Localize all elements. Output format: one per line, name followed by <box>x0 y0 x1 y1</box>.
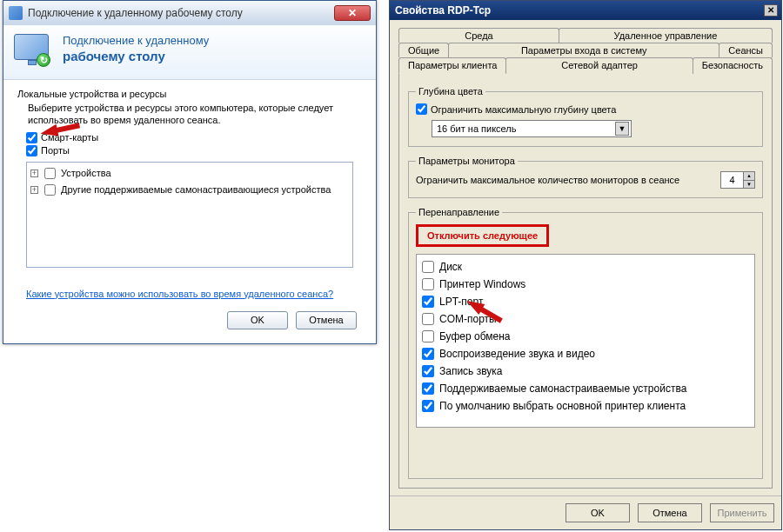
spin-down-icon[interactable]: ▼ <box>743 180 754 189</box>
redir-item-label: Запись звука <box>439 362 503 380</box>
banner-line2: рабочему столу <box>63 49 209 63</box>
help-link[interactable]: Какие устройства можно использовать во в… <box>26 289 333 299</box>
tab-general[interactable]: Общие <box>398 43 449 57</box>
disable-following-label: Отключить следующее <box>416 224 549 247</box>
tree-devices-checkbox[interactable] <box>44 168 56 179</box>
tab-environment[interactable]: Среда <box>398 28 559 43</box>
monitors-label: Ограничить максимальное количество монит… <box>416 175 715 185</box>
redir-item[interactable]: Воспроизведение звука и видео <box>422 345 749 362</box>
device-tree[interactable]: + Устройства + Другие поддерживаемые сам… <box>26 162 353 268</box>
select-color-depth-value: 16 бит на пиксель <box>437 123 517 134</box>
group-monitors: Параметры монитора Ограничить максимальн… <box>408 156 763 198</box>
close-button[interactable]: ✕ <box>764 4 778 17</box>
tab-strip: Среда Удаленное управление Общие Парамет… <box>398 27 773 74</box>
window-title: Свойства RDP-Tcp <box>393 4 764 17</box>
redir-item[interactable]: Поддерживаемые самонастраиваемые устройс… <box>422 380 749 397</box>
select-color-depth[interactable]: 16 бит на пиксель ▼ <box>432 120 632 137</box>
rdp-client-window: Подключение к удаленному рабочему столу … <box>3 0 377 344</box>
spin-up-icon[interactable]: ▲ <box>743 172 754 180</box>
ok-button[interactable]: OK <box>227 311 288 329</box>
checkbox-ports-label: Порты <box>41 145 70 156</box>
tree-item-devices[interactable]: + Устройства <box>30 165 349 182</box>
redir-item[interactable]: COM-порты <box>422 310 749 328</box>
group-monitors-legend: Параметры монитора <box>416 156 518 166</box>
tab-remote-control[interactable]: Удаленное управление <box>559 28 773 43</box>
window-title: Подключение к удаленному рабочему столу <box>28 7 334 19</box>
redir-item-checkbox[interactable] <box>422 365 434 377</box>
cancel-button[interactable]: Отмена <box>296 311 357 329</box>
redir-item[interactable]: По умолчанию выбрать основной принтер кл… <box>422 397 749 415</box>
checkbox-smartcards-input[interactable] <box>26 132 37 143</box>
ok-button[interactable]: OK <box>566 503 630 522</box>
group-color-depth: Глубина цвета Ограничить максимальную гл… <box>408 86 763 147</box>
redir-item-checkbox[interactable] <box>422 330 434 342</box>
redirection-list[interactable]: ДискПринтер WindowsLPT-портCOM-портыБуфе… <box>416 254 755 428</box>
checkbox-ports-input[interactable] <box>26 145 37 156</box>
redir-item[interactable]: Диск <box>422 258 749 276</box>
apply-button[interactable]: Применить <box>710 503 774 522</box>
tab-network-adapter[interactable]: Сетевой адаптер <box>505 57 693 74</box>
redir-item[interactable]: Запись звука <box>422 362 749 380</box>
redir-item-label: Диск <box>439 258 462 276</box>
tab-security[interactable]: Безопасность <box>693 57 773 74</box>
redir-item-checkbox[interactable] <box>422 382 434 395</box>
monitors-spinner[interactable]: 4 ▲ ▼ <box>720 171 755 189</box>
close-button[interactable]: ✕ <box>334 5 371 21</box>
group-color-depth-legend: Глубина цвета <box>416 86 485 96</box>
banner-line1: Подключение к удаленному <box>63 34 209 47</box>
tab-client-settings[interactable]: Параметры клиента <box>398 57 506 74</box>
redir-item-label: Поддерживаемые самонастраиваемые устройс… <box>439 380 686 397</box>
redir-item-checkbox[interactable] <box>422 278 434 290</box>
section-title: Локальные устройства и ресурсы <box>17 89 362 99</box>
redir-item-checkbox[interactable] <box>422 313 434 325</box>
tab-logon-settings[interactable]: Параметры входа в систему <box>448 43 719 57</box>
group-redirection-legend: Перенаправление <box>416 207 502 217</box>
monitors-value: 4 <box>721 172 743 188</box>
app-icon <box>9 6 23 20</box>
tab-sessions[interactable]: Сеансы <box>719 43 773 57</box>
redir-item-label: Буфер обмена <box>439 328 511 345</box>
redir-item-checkbox[interactable] <box>422 348 434 360</box>
dropdown-arrow-icon[interactable]: ▼ <box>615 122 629 136</box>
redir-item[interactable]: Буфер обмена <box>422 328 749 345</box>
expand-icon[interactable]: + <box>30 170 38 177</box>
checkbox-limit-color[interactable]: Ограничить максимальную глубину цвета <box>416 103 755 115</box>
tab-panel: Глубина цвета Ограничить максимальную гл… <box>398 74 773 489</box>
tree-pnp-checkbox[interactable] <box>44 184 56 196</box>
redir-item-checkbox[interactable] <box>422 261 434 273</box>
cancel-button[interactable]: Отмена <box>638 503 702 522</box>
redir-item-label: По умолчанию выбрать основной принтер кл… <box>439 397 686 415</box>
checkbox-limit-color-input[interactable] <box>416 103 427 115</box>
redir-item[interactable]: Принтер Windows <box>422 276 749 293</box>
dialog-buttons: OK Отмена Применить <box>390 495 781 529</box>
rdp-icon: ↻ <box>14 34 52 69</box>
expand-icon[interactable]: + <box>30 186 38 194</box>
checkbox-ports[interactable]: Порты <box>26 145 362 156</box>
redir-item-label: Воспроизведение звука и видео <box>439 345 595 362</box>
tree-item-pnp[interactable]: + Другие поддерживаемые самонастраивающи… <box>30 182 349 198</box>
redir-item-checkbox[interactable] <box>422 400 434 412</box>
checkbox-smartcards[interactable]: Смарт-карты <box>26 132 362 143</box>
redir-item-label: Принтер Windows <box>439 276 525 293</box>
rdp-tcp-properties-window: Свойства RDP-Tcp ✕ Среда Удаленное управ… <box>389 0 782 530</box>
redir-item-checkbox[interactable] <box>422 296 434 308</box>
group-redirection: Перенаправление Отключить следующее Диск… <box>408 207 763 479</box>
titlebar[interactable]: Свойства RDP-Tcp ✕ <box>390 1 781 20</box>
banner: ↻ Подключение к удаленному рабочему стол… <box>3 25 376 80</box>
titlebar[interactable]: Подключение к удаленному рабочему столу … <box>3 1 376 25</box>
